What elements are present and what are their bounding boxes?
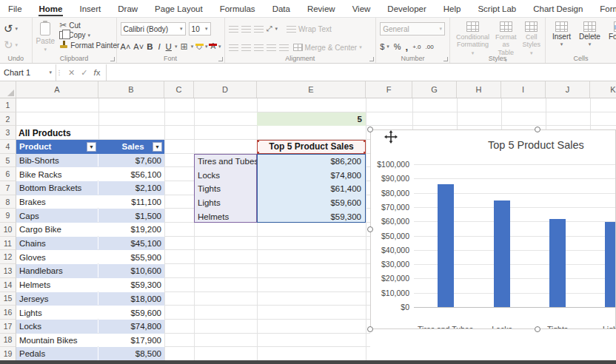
row-header-4[interactable]: 4: [0, 140, 16, 154]
sales-cell[interactable]: $59,600: [98, 306, 164, 320]
sales-cell[interactable]: $10,600: [98, 264, 164, 278]
align-bottom-icon[interactable]: [254, 26, 264, 33]
row-header-12[interactable]: 12: [0, 250, 16, 264]
chart-title[interactable]: Top 5 Product Sales: [488, 139, 584, 151]
accounting-format-button[interactable]: $▾: [380, 42, 389, 51]
font-size-select[interactable]: 10▾: [189, 22, 211, 36]
top5-title-cell[interactable]: Top 5 Product Sales: [257, 140, 366, 154]
column-header-J[interactable]: J: [546, 81, 590, 98]
formula-input[interactable]: [107, 64, 616, 81]
menu-tab-draw[interactable]: Draw: [117, 2, 138, 16]
cell-styles-button[interactable]: Cell Styles▾: [520, 21, 543, 56]
bold-button[interactable]: B: [147, 42, 153, 51]
sales-cell[interactable]: $59,300: [98, 278, 164, 292]
fill-color-button[interactable]: ◇: [196, 43, 202, 50]
product-cell[interactable]: Mountain Bikes: [16, 334, 98, 348]
top5-value-cell[interactable]: $86,200: [258, 155, 364, 169]
selection-handle[interactable]: [535, 326, 540, 332]
top5-name-cell[interactable]: Tights: [195, 182, 266, 196]
row-header-9[interactable]: 9: [0, 209, 16, 223]
row-header-15[interactable]: 15: [0, 292, 16, 306]
format-cells-button[interactable]: Format▾: [606, 21, 616, 47]
table-header-product[interactable]: Product▼: [16, 140, 98, 154]
redo-button[interactable]: ↻▾: [4, 38, 18, 52]
product-filter-icon[interactable]: ▼: [87, 142, 96, 152]
row-header-18[interactable]: 18: [0, 334, 16, 348]
sales-cell[interactable]: $2,100: [98, 181, 164, 195]
sales-cell[interactable]: $17,900: [98, 334, 164, 348]
product-cell[interactable]: Cargo Bike: [16, 223, 98, 237]
row-header-5[interactable]: 5: [0, 154, 16, 168]
column-header-C[interactable]: C: [164, 81, 194, 98]
font-color-button[interactable]: A: [210, 43, 215, 50]
row-header-7[interactable]: 7: [0, 181, 16, 195]
menu-tab-file[interactable]: File: [7, 2, 23, 16]
decrease-indent-icon[interactable]: [267, 44, 276, 51]
selection-handle[interactable]: [367, 127, 373, 132]
menu-tab-format[interactable]: Format: [599, 2, 616, 16]
menu-tab-insert[interactable]: Insert: [78, 2, 101, 16]
align-right-icon[interactable]: [254, 44, 264, 51]
menu-tab-data[interactable]: Data: [272, 2, 291, 16]
name-box[interactable]: Chart 1▾: [0, 64, 56, 81]
shrink-font-button[interactable]: A˅: [133, 42, 144, 51]
product-cell[interactable]: Chains: [16, 237, 98, 251]
row-header-13[interactable]: 13: [0, 264, 16, 278]
selection-handle[interactable]: [367, 226, 373, 232]
sales-cell[interactable]: $19,200: [98, 223, 164, 237]
conditional-formatting-button[interactable]: Conditional Formatting▾: [454, 21, 492, 56]
product-cell[interactable]: Helmets: [16, 278, 98, 292]
menu-tab-developer[interactable]: Developer: [386, 2, 426, 16]
wrap-text-button[interactable]: Wrap Text: [287, 25, 332, 33]
product-cell[interactable]: Brakes: [16, 195, 98, 209]
top5-value-cell[interactable]: $59,300: [258, 209, 364, 223]
increase-decimal-button[interactable]: +.0: [412, 44, 421, 50]
increase-indent-icon[interactable]: [279, 44, 289, 51]
align-left-icon[interactable]: [229, 44, 238, 51]
orientation-icon[interactable]: ⤢: [267, 25, 272, 33]
top5-name-cell[interactable]: Tires and Tubes: [195, 155, 266, 169]
name-box-splitter[interactable]: ⋮: [56, 64, 62, 81]
product-cell[interactable]: Handlebars: [16, 264, 98, 278]
align-top-icon[interactable]: [229, 26, 238, 33]
insert-cells-button[interactable]: Insert▾: [549, 21, 574, 47]
column-header-F[interactable]: F: [366, 81, 412, 98]
comma-style-button[interactable]: ,: [406, 41, 409, 53]
menu-tab-page-layout[interactable]: Page Layout: [154, 2, 204, 16]
column-header-B[interactable]: B: [98, 81, 164, 98]
chart-bar[interactable]: [605, 222, 616, 307]
product-cell[interactable]: Caps: [16, 209, 98, 223]
align-middle-icon[interactable]: [241, 26, 251, 33]
row-header-2[interactable]: 2: [0, 112, 16, 127]
product-cell[interactable]: Locks: [16, 320, 98, 334]
sales-cell[interactable]: $7,600: [98, 154, 164, 168]
product-cell[interactable]: Bike Racks: [16, 167, 98, 181]
italic-button[interactable]: I: [156, 42, 163, 51]
grow-font-button[interactable]: A˄: [121, 42, 131, 51]
chart-bar[interactable]: [438, 184, 454, 307]
column-header-K[interactable]: K: [590, 81, 616, 98]
product-cell[interactable]: Bib-Shorts: [16, 154, 98, 168]
number-format-select[interactable]: General▾: [380, 22, 445, 36]
column-header-H[interactable]: H: [457, 81, 501, 98]
top5-name-cell[interactable]: Lights: [195, 196, 266, 210]
top5-value-cell[interactable]: $59,600: [258, 196, 364, 210]
selection-handle[interactable]: [535, 127, 540, 132]
menu-tab-home[interactable]: Home: [38, 2, 64, 16]
column-header-I[interactable]: I: [501, 81, 546, 98]
product-cell[interactable]: Bottom Brackets: [16, 181, 98, 195]
product-cell[interactable]: Pedals: [16, 347, 98, 361]
sales-cell[interactable]: $8,500: [98, 347, 164, 361]
table-header-sales[interactable]: Sales▼: [98, 140, 164, 154]
chart-bar[interactable]: [549, 219, 566, 307]
column-header-A[interactable]: A: [16, 81, 98, 98]
row-header-14[interactable]: 14: [0, 278, 16, 292]
enter-icon[interactable]: ✓: [81, 68, 87, 78]
sales-cell[interactable]: $55,900: [98, 250, 164, 264]
row-header-17[interactable]: 17: [0, 320, 16, 334]
decrease-decimal-button[interactable]: .00: [426, 44, 434, 50]
menu-tab-script-lab[interactable]: Script Lab: [477, 2, 517, 16]
top5-name-cell[interactable]: Locks: [195, 168, 266, 182]
top-n-input-cell[interactable]: 5: [257, 112, 366, 127]
bar-chart[interactable]: Top 5 Product Sales$0$10,000$20,000$30,0…: [370, 129, 616, 329]
